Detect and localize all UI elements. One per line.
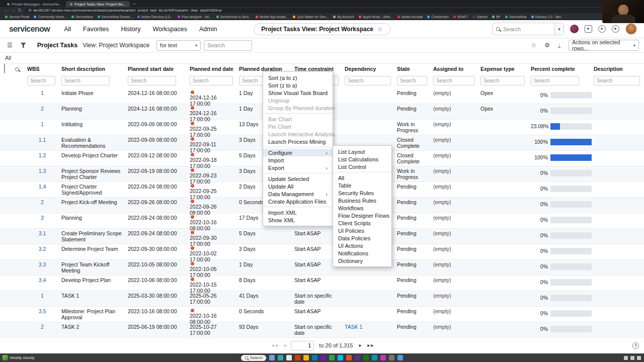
gear-icon[interactable]: ⚙	[544, 42, 550, 49]
personalize-star-icon[interactable]: ☆	[531, 42, 536, 49]
column-header-description[interactable]: Description	[592, 66, 644, 72]
context-menu-item[interactable]: Import	[263, 156, 333, 164]
bookmark-item[interactable]: Adobe Acrobat	[397, 15, 423, 19]
submenu-item[interactable]: Business Rules	[333, 197, 391, 204]
app-icon[interactable]	[295, 355, 300, 360]
context-menu-item[interactable]: Update Selected	[263, 175, 333, 183]
forward-icon[interactable]: →	[11, 7, 15, 14]
column-filter-input[interactable]	[61, 76, 110, 85]
bookmark-item[interactable]: Apple Music - Web...	[359, 15, 393, 19]
new-tab-button[interactable]: +	[133, 1, 135, 7]
app-icon[interactable]	[338, 355, 343, 360]
app-icon[interactable]	[278, 355, 283, 360]
column-filter-input[interactable]	[397, 76, 427, 85]
bookmark-item[interactable]: ServiceNow Develo...	[98, 15, 133, 19]
bookmark-item[interactable]: Quiz Maker for Serv...	[293, 15, 329, 19]
column-filter-input[interactable]	[594, 76, 640, 85]
app-icon[interactable]	[303, 355, 309, 360]
menu-icon[interactable]: ☰	[7, 42, 13, 49]
app-icon[interactable]	[397, 355, 403, 360]
next-page-icon[interactable]: ►	[358, 343, 362, 348]
app-icon[interactable]	[329, 355, 335, 360]
favorite-star-icon[interactable]: ☆	[377, 26, 383, 33]
bookmark-item[interactable]: Community Home...	[34, 15, 66, 19]
page-title-pill[interactable]: Project Tasks View: Project Workspace ☆	[254, 23, 390, 35]
submenu-item[interactable]: All	[333, 174, 391, 182]
bookmark-item[interactable]: Christensen	[427, 15, 449, 19]
column-header-short-description[interactable]: Short description	[59, 66, 126, 72]
row-wbs-link[interactable]: 3.1	[39, 230, 46, 236]
app-icon[interactable]	[355, 355, 360, 360]
row-wbs-link[interactable]: 2	[41, 324, 44, 330]
submenu-item[interactable]: UI Actions	[333, 242, 391, 249]
filter-icon[interactable]	[21, 43, 26, 48]
row-wbs-link[interactable]: 2	[41, 199, 44, 205]
row-wbs-link[interactable]: 2	[41, 106, 44, 112]
app-icon[interactable]	[320, 355, 326, 360]
table-row[interactable]: 3.3Project Team Kickoff Meeting2022-10-0…	[0, 260, 644, 276]
address-bar[interactable]: dev301267.service-now.com/now/nav/ui/cla…	[25, 8, 619, 13]
column-filter-input[interactable]	[128, 76, 176, 85]
prev-page-icon[interactable]: ◄	[282, 343, 286, 348]
app-icon[interactable]	[389, 355, 394, 360]
submenu-item[interactable]: Flow Designer Flows	[333, 212, 391, 219]
bookmark-item[interactable]: Service Portal	[5, 15, 29, 19]
submenu-item[interactable]: Notifications	[333, 249, 391, 257]
list-search-input[interactable]	[204, 40, 252, 51]
row-wbs-link[interactable]: 1.2	[39, 152, 46, 158]
notifications-bell-icon[interactable]	[612, 25, 619, 33]
context-menu-item[interactable]: Show XML	[263, 216, 333, 224]
bookmark-item[interactable]: Flow designer - list...	[178, 15, 212, 19]
bookmark-item[interactable]: Gartner	[472, 15, 488, 19]
submenu-item[interactable]: Dictionary	[333, 257, 391, 264]
context-menu-item[interactable]: Update All	[263, 183, 333, 190]
row-wbs-link[interactable]: 3.2	[39, 246, 46, 252]
download-icon[interactable]: ↓	[558, 43, 560, 48]
table-row[interactable]: 3.4Develop Project Plan2022-10-06 08:00:…	[0, 276, 644, 291]
submenu-item[interactable]: UI Policies	[333, 227, 391, 234]
user-avatar[interactable]	[625, 23, 637, 35]
submenu-item[interactable]: Table	[333, 182, 391, 189]
back-icon[interactable]: ←	[4, 7, 8, 14]
column-header-dependency[interactable]: Dependency	[343, 66, 395, 72]
row-wbs-link[interactable]: 3.4	[39, 277, 46, 283]
bookmark-item[interactable]: My Account	[333, 15, 354, 19]
tray-icon[interactable]	[637, 356, 641, 360]
row-wbs-link[interactable]: 3	[41, 215, 44, 221]
page-number-input[interactable]	[291, 341, 314, 350]
column-header-percent-complete[interactable]: Percent complete	[529, 66, 592, 72]
context-menu-item[interactable]: Export›	[263, 164, 333, 171]
app-icon[interactable]	[372, 355, 377, 360]
context-menu-item[interactable]: Show Visual Task Board	[263, 89, 333, 97]
help-icon[interactable]	[598, 25, 606, 33]
bookmark-item[interactable]: ServiceNow	[71, 15, 93, 19]
row-wbs-link[interactable]: 1.1	[39, 137, 46, 143]
bookmark-item[interactable]: ServiceNow	[505, 15, 527, 19]
select-all-checkbox[interactable]	[4, 64, 5, 73]
taskbar-search[interactable]: Search	[241, 355, 266, 361]
context-menu-item[interactable]: Import XML	[263, 209, 333, 216]
row-wbs-link[interactable]: 3.3	[39, 261, 46, 267]
submenu-item[interactable]: Workflows	[333, 204, 391, 212]
table-row[interactable]: 2TASK 22025-06-19 08:00:002025-10-27 17:…	[0, 322, 644, 338]
column-filter-input[interactable]	[480, 76, 525, 85]
last-page-icon[interactable]: ►►	[367, 343, 374, 348]
tray-icon[interactable]	[624, 356, 628, 360]
submenu-item[interactable]: List Calculations	[333, 155, 391, 163]
nav-item-favorites[interactable]: Favorites	[83, 26, 109, 33]
dependency-link[interactable]: TASK 1	[345, 324, 362, 330]
row-wbs-link[interactable]: 1	[41, 293, 44, 299]
table-row[interactable]: 1TASK 12025-03-30 08:00:002025-05-26 17:…	[0, 291, 644, 307]
context-menu-item[interactable]: Launch Process Mining	[263, 138, 333, 145]
app-icon[interactable]	[363, 355, 369, 360]
app-icon[interactable]	[312, 355, 317, 360]
column-header-wbs[interactable]: WBS	[25, 66, 59, 72]
bookmark-item[interactable]: Delivery 2.0 - Met...	[531, 15, 564, 19]
column-filter-input[interactable]	[190, 76, 233, 85]
bookmark-item[interactable]: Mobile App Acade...	[256, 15, 288, 19]
nav-item-history[interactable]: History	[121, 26, 140, 33]
table-row[interactable]: 3.5Milestone: Project Plan Approval2022-…	[0, 307, 644, 322]
tray-icon[interactable]	[630, 356, 634, 360]
search-scope-caret-icon[interactable]: ▾	[554, 23, 564, 35]
weather-widget[interactable]: Mostly cloudy	[3, 355, 34, 360]
